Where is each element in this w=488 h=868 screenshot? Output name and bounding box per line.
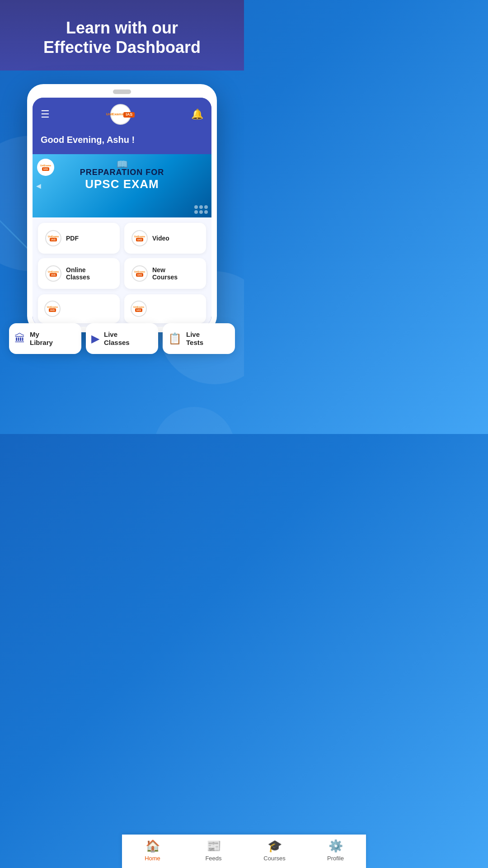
- grid-item-partial-2[interactable]: UniExams IAS: [124, 294, 206, 323]
- bell-icon[interactable]: 🔔: [191, 108, 203, 120]
- grid-item-video[interactable]: UniExams IAS Video: [124, 223, 206, 254]
- hero-banner: Learn with our Effective Dashboard: [0, 0, 244, 71]
- greeting-bar: Good Evening, Ashu !: [33, 131, 211, 154]
- logo-uni-text: UniExams: [106, 113, 124, 117]
- grid-logo-partial-1: UniExams IAS: [44, 301, 61, 317]
- action-card-live-tests[interactable]: 📋 LiveTests: [163, 323, 235, 354]
- bg-decoration-3: [154, 407, 235, 434]
- menu-icon[interactable]: ☰: [41, 108, 50, 120]
- my-library-label: MyLibrary: [30, 330, 53, 347]
- grid-label-pdf: PDF: [66, 235, 79, 242]
- grid-item-online-classes[interactable]: UniExams IAS OnlineClasses: [38, 258, 120, 289]
- grid-item-new-courses[interactable]: UniExams IAS NewCourses: [124, 258, 206, 289]
- grid-label-video: Video: [152, 235, 169, 242]
- hero-title: Learn with our Effective Dashboard: [9, 18, 235, 57]
- grid-item-partial-1[interactable]: UniExams IAS: [38, 294, 120, 323]
- phone-mockup: ☰ UniExams IAS 🔔 Good Evening, Ashu ! Un…: [27, 84, 217, 332]
- app-logo: UniExams IAS: [110, 104, 131, 125]
- banner-arrow-icon: ◀: [36, 182, 41, 189]
- logo-ias-text: IAS: [123, 112, 135, 118]
- phone-screen: ☰ UniExams IAS 🔔 Good Evening, Ashu ! Un…: [33, 98, 211, 327]
- grid-menu: UniExams IAS PDF UniExams IAS Video UniE…: [33, 217, 211, 294]
- greeting-text: Good Evening, Ashu !: [41, 135, 203, 145]
- banner-exam-text: UPSC EXAM: [42, 177, 202, 191]
- live-tests-label: LiveTests: [186, 330, 203, 347]
- grid-partial: UniExams IAS UniExams IAS: [33, 294, 211, 327]
- quick-actions-bar: 🏛 MyLibrary ▶ LiveClasses 📋 LiveTests: [9, 323, 235, 359]
- live-tests-icon: 📋: [168, 332, 182, 345]
- grid-logo-pdf: UniExams IAS: [45, 230, 61, 246]
- grid-logo-partial-2: UniExams IAS: [131, 301, 147, 317]
- promo-banner[interactable]: UniExams IAS 📖 PREPARATION FOR UPSC EXAM…: [33, 154, 211, 217]
- grid-logo-video: UniExams IAS: [131, 230, 148, 246]
- phone-frame: ☰ UniExams IAS 🔔 Good Evening, Ashu ! Un…: [27, 84, 217, 332]
- grid-label-online-classes: OnlineClasses: [66, 266, 90, 282]
- app-header: ☰ UniExams IAS 🔔: [33, 98, 211, 131]
- banner-book-icon: 📖: [117, 159, 128, 170]
- my-library-icon: 🏛: [14, 332, 25, 345]
- phone-notch: [113, 90, 131, 94]
- live-classes-label: LiveClasses: [104, 330, 130, 347]
- banner-dots: [194, 205, 208, 214]
- grid-logo-new-courses: UniExams IAS: [131, 265, 148, 282]
- logo-circle: UniExams IAS: [110, 104, 131, 125]
- action-card-live-classes[interactable]: ▶ LiveClasses: [86, 323, 158, 354]
- grid-item-pdf[interactable]: UniExams IAS PDF: [38, 223, 120, 254]
- grid-label-new-courses: NewCourses: [152, 266, 178, 282]
- grid-logo-online-classes: UniExams IAS: [45, 265, 61, 282]
- action-card-my-library[interactable]: 🏛 MyLibrary: [9, 323, 81, 354]
- live-classes-icon: ▶: [91, 332, 99, 345]
